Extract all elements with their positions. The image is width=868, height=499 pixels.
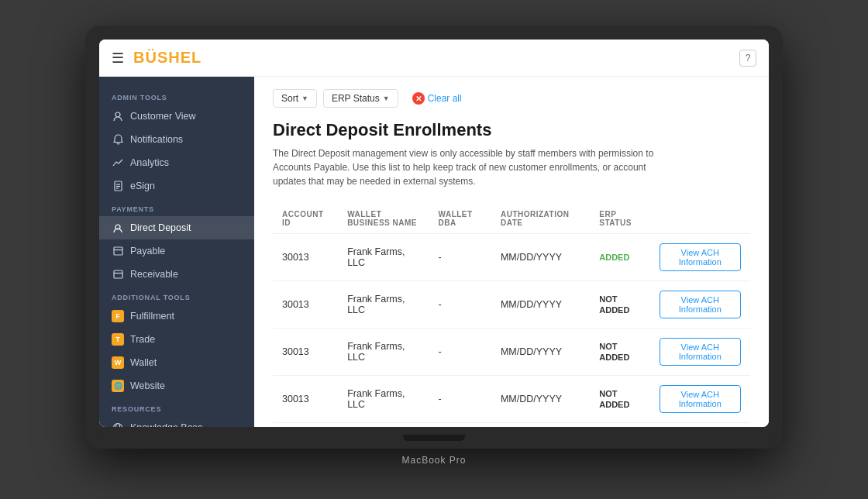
cell-wallet-dba: - [429,234,491,281]
customer-view-label: Customer View [130,111,196,122]
view-ach-button[interactable]: View ACH Information [660,291,741,318]
logo: BÜSHEL [133,49,202,67]
cell-action: View ACH Information [650,329,750,376]
receivable-icon [112,268,124,280]
cell-wallet-business-name: Frank Farms, LLC [338,281,429,329]
cell-account-id: 30013 [273,423,338,428]
svg-point-0 [115,112,120,117]
col-account-id: Account ID [273,204,338,234]
website-label: Website [130,380,165,391]
sort-filter-button[interactable]: Sort ▼ [273,89,317,108]
table-row: 30013 Frank Farms, LLC - MM/DD/YYYY ADDE… [273,234,750,281]
macbook-label: MacBook Pro [401,455,466,473]
esign-label: eSign [130,181,155,191]
col-wallet-dba: Wallet DBA [429,204,491,234]
table-row: 30013 Frank Farms, LLC - MM/DD/YYYY NOT … [273,376,750,423]
payable-label: Payable [130,246,165,256]
sidebar-item-direct-deposit[interactable]: Direct Deposit [99,216,254,239]
notifications-label: Notifications [130,134,183,145]
filter-bar: Sort ▼ ERP Status ▼ ✕ Clear all [273,89,750,108]
hamburger-icon[interactable]: ☰ [112,50,124,67]
cell-authorization-date: MM/DD/YYYY [491,423,590,428]
direct-deposit-label: Direct Deposit [130,222,191,233]
erp-status-chevron-icon: ▼ [383,95,390,102]
analytics-icon [112,157,124,169]
sidebar-item-website[interactable]: 🌐 Website [99,374,254,397]
cell-erp-status: NOT ADDED [590,376,649,423]
cell-wallet-dba: - [429,281,491,329]
logo-text: BÜSHEL [133,49,202,67]
additional-tools-label: Additional Tools [99,286,254,305]
cell-authorization-date: MM/DD/YYYY [491,329,590,376]
cell-wallet-business-name: Frank Farms, LLC [338,234,429,281]
sidebar-item-notifications[interactable]: Notifications [99,128,254,151]
clear-icon: ✕ [412,92,425,105]
view-ach-button[interactable]: View ACH Information [660,338,741,366]
table-row: 30013 Frank Farms, LLC - MM/DD/YYYY NOT … [273,281,750,329]
wallet-icon: W [112,356,124,369]
col-authorization-date: Authorization Date [491,204,590,234]
col-erp-status: ERP Status [590,204,649,234]
enrollments-table: Account ID Wallet Business Name Wallet D… [273,204,750,427]
knowledge-base-icon [112,422,124,427]
sidebar-item-trade[interactable]: T Trade [99,328,254,351]
cell-wallet-business-name: Frank Farms, LLC [338,423,429,428]
view-ach-button[interactable]: View ACH Information [660,243,741,271]
sidebar-item-analytics[interactable]: Analytics [99,151,254,174]
fulfillment-icon: F [112,310,124,322]
col-action [650,204,750,234]
knowledge-base-label: Knowledge Base [130,422,203,427]
sidebar-item-wallet[interactable]: W Wallet [99,351,254,374]
svg-point-10 [114,424,122,428]
cell-erp-status: NOT ADDED [590,281,649,329]
top-bar: ☰ BÜSHEL ? [99,40,769,77]
main-content: Sort ▼ ERP Status ▼ ✕ Clear all [254,77,769,427]
cell-action: View ACH Information [650,234,750,281]
col-wallet-business-name: Wallet Business Name [338,204,429,234]
cell-wallet-dba: - [429,329,491,376]
resources-label: Resources [99,397,254,416]
cell-action: View ACH Information [650,376,750,423]
erp-status-filter-button[interactable]: ERP Status ▼ [323,89,398,108]
sort-label: Sort [281,93,298,104]
table-row: 30013 Frank Farms, LLC - MM/DD/YYYY NOT … [273,423,750,428]
admin-tools-label: Admin Tools [99,86,254,105]
receivable-label: Receivable [130,269,178,280]
customer-view-icon [112,110,124,122]
cell-account-id: 30013 [273,376,338,423]
clear-all-label: Clear all [428,93,462,104]
cell-wallet-dba: - [429,376,491,423]
cell-erp-status: ADDED [590,234,649,281]
payable-icon [112,245,124,257]
svg-point-12 [116,424,120,428]
analytics-label: Analytics [130,157,169,168]
cell-action: View ACH Information [650,423,750,428]
clear-all-button[interactable]: ✕ Clear all [405,89,470,108]
direct-deposit-icon [112,222,124,234]
wallet-label: Wallet [130,357,157,368]
help-icon[interactable]: ? [739,50,756,67]
cell-wallet-business-name: Frank Farms, LLC [338,376,429,423]
cell-authorization-date: MM/DD/YYYY [491,234,590,281]
notifications-icon [112,133,124,146]
cell-authorization-date: MM/DD/YYYY [491,376,590,423]
cell-erp-status: NOT ADDED [590,423,649,428]
cell-wallet-business-name: Frank Farms, LLC [338,329,429,376]
sidebar-item-esign[interactable]: eSign [99,174,254,198]
sidebar-item-knowledge-base[interactable]: Knowledge Base [99,416,254,427]
cell-account-id: 30013 [273,281,338,329]
app-body: Admin Tools Customer View [99,77,769,427]
sidebar: Admin Tools Customer View [99,77,254,427]
sidebar-item-payable[interactable]: Payable [99,239,254,263]
esign-icon [112,180,124,192]
cell-wallet-dba: - [429,423,491,428]
page-description: The Direct Deposit management view is on… [273,146,660,188]
website-icon: 🌐 [112,380,124,392]
svg-rect-6 [114,247,122,255]
sidebar-item-fulfillment[interactable]: F Fulfillment [99,305,254,328]
sidebar-item-customer-view[interactable]: Customer View [99,105,254,128]
top-bar-right: ? [739,50,756,67]
cell-account-id: 30013 [273,234,338,281]
view-ach-button[interactable]: View ACH Information [660,385,741,413]
sidebar-item-receivable[interactable]: Receivable [99,263,254,286]
